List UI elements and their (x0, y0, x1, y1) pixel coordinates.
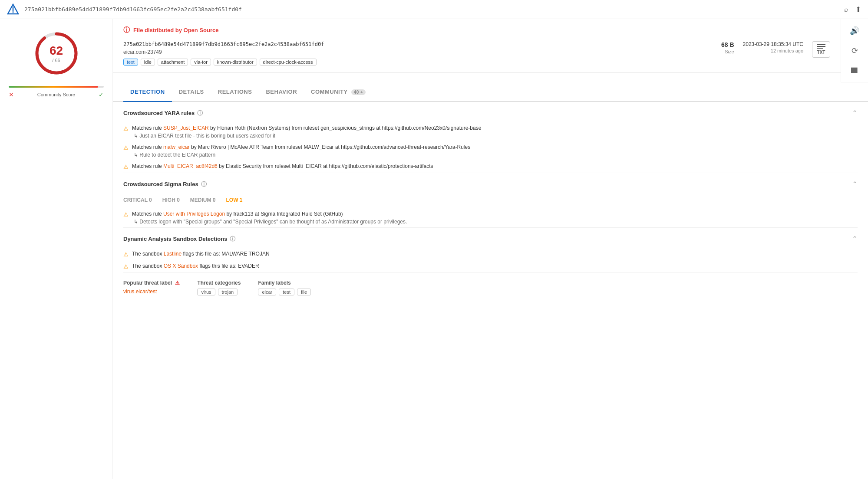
yara-rule-0: ⚠Matches rule SUSP_Just_EICAR by Florian… (123, 122, 858, 141)
sigma-section-header[interactable]: Crowdsourced Sigma Rules ⓘ ⌃ (123, 173, 858, 194)
sigma-rule-0: ⚠Matches rule User with Privileges Logon… (123, 208, 858, 227)
file-tag-via-tor[interactable]: via-tor (191, 59, 211, 66)
sigma-level-low[interactable]: LOW 1 (226, 197, 242, 203)
tab-details[interactable]: DETAILS (172, 82, 211, 102)
qr-icon[interactable]: ⯀ (851, 66, 858, 75)
yara-warning-icon: ⚠ (123, 125, 129, 132)
sigma-sub-0: ↳ Detects logon with "Special groups" an… (123, 219, 858, 225)
file-tag-attachment[interactable]: attachment (158, 59, 188, 66)
file-details: 275a021bbfb6489e54d471899f7db9d1663fc695… (123, 41, 675, 66)
svg-point-2 (13, 12, 13, 13)
file-tag-known-distributor[interactable]: known-distributor (214, 59, 257, 66)
family-tag-eicar[interactable]: eicar (258, 289, 276, 295)
community-badge: 40 + (351, 89, 366, 95)
sandbox-collapse-icon[interactable]: ⌃ (852, 235, 858, 243)
gauge-danger-icon: ✕ (9, 91, 14, 98)
content-area: ⓘ File distributed by Open Source 275a02… (113, 19, 868, 479)
alert-icon: ⓘ (123, 26, 130, 34)
file-tag-direct-cpu-clock-access[interactable]: direct-cpu-clock-access (260, 59, 317, 66)
gauge-track (9, 86, 104, 88)
family-tag-file[interactable]: file (297, 289, 311, 295)
sandbox-section-header[interactable]: Dynamic Analysis Sandbox Detections ⓘ ⌃ (123, 228, 858, 248)
sigma-rule-link-0[interactable]: User with Privileges Logon (163, 211, 225, 217)
popular-threat-warning-icon: ⚠ (175, 280, 180, 286)
sigma-rules-list: ⚠Matches rule User with Privileges Logon… (123, 208, 858, 227)
popular-threat-label: Popular threat label (123, 280, 172, 286)
tab-behavior[interactable]: BEHAVIOR (259, 82, 304, 102)
yara-sub-1: ↳ Rule to detect the EICAR pattern (123, 152, 858, 158)
threat-label-value: virus.eicar/test (123, 289, 180, 295)
sigma-levels: CRITICAL 0HIGH 0MEDIUM 0LOW 1 (123, 194, 858, 208)
family-tag-test[interactable]: test (279, 289, 294, 295)
gauge-fill (9, 86, 98, 88)
search-icon[interactable]: ⌕ (844, 6, 848, 13)
file-type-label: TXT (817, 50, 825, 55)
file-size-value: 68 B (721, 41, 734, 48)
file-meta: 275a021bbfb6489e54d471899f7db9d1663fc695… (123, 41, 830, 66)
yara-rule-link-1[interactable]: malw_eicar (163, 144, 190, 150)
sidebar-left: 62 / 66 ✕ Community Score ✓ (0, 19, 113, 479)
yara-rule-link-0[interactable]: SUSP_Just_EICAR (163, 125, 209, 131)
tab-detection[interactable]: DETECTION (123, 82, 172, 102)
alert-banner: ⓘ File distributed by Open Source (123, 26, 830, 34)
right-toolbar: 🔊 ⟳ ⯀ (841, 19, 868, 82)
tab-community[interactable]: COMMUNITY 40 + (304, 82, 373, 102)
file-size-label: Size (725, 49, 734, 54)
yara-title-text: Crowdsourced YARA rules (123, 110, 195, 116)
main-layout: 62 / 66 ✕ Community Score ✓ ⓘ (0, 19, 868, 479)
logo-icon[interactable] (7, 3, 19, 16)
category-tag-trojan[interactable]: trojan (218, 289, 238, 295)
sigma-collapse-icon[interactable]: ⌃ (852, 180, 858, 188)
file-type-lines (817, 44, 825, 49)
threat-categories-section: Threat categories virustrojan (197, 280, 241, 295)
file-tags: textidleattachmentvia-torknown-distribut… (123, 59, 675, 66)
sandbox-link-1[interactable]: OS X Sandbox (164, 263, 198, 269)
sandbox-section: Dynamic Analysis Sandbox Detections ⓘ ⌃ … (123, 228, 858, 273)
yara-rule-2: ⚠Matches rule Multi_EICAR_ac8f42d6 by El… (123, 161, 858, 173)
score-text: 62 / 66 (50, 44, 63, 63)
refresh-icon[interactable]: ⟳ (851, 46, 858, 56)
sandbox-link-0[interactable]: Lastline (164, 251, 182, 257)
upload-icon[interactable]: ⬆ (855, 5, 861, 13)
header-hash: 275a021bbfb6489e54d471899f7db9d1663fc695… (24, 6, 839, 13)
tab-relations[interactable]: RELATIONS (211, 82, 259, 102)
file-date-sub: 12 minutes ago (771, 48, 803, 53)
file-size-info: 68 B Size (682, 41, 734, 54)
alert-text: File distributed by Open Source (133, 27, 218, 33)
yara-collapse-icon[interactable]: ⌃ (852, 109, 858, 117)
header: 275a021bbfb6489e54d471899f7db9d1663fc695… (0, 0, 868, 19)
gauge-container: ✕ Community Score ✓ (9, 84, 104, 98)
sigma-level-critical[interactable]: CRITICAL 0 (123, 197, 152, 203)
threat-footer: Popular threat label ⚠ virus.eicar/test … (123, 273, 858, 302)
yara-rules-list: ⚠Matches rule SUSP_Just_EICAR by Florian… (123, 122, 858, 173)
threat-categories-title: Threat categories (197, 280, 241, 286)
category-tag-virus[interactable]: virus (197, 289, 215, 295)
file-type-icon[interactable]: TXT (812, 41, 830, 58)
file-source: eicar.com-23749 (123, 49, 675, 55)
audio-icon[interactable]: 🔊 (850, 26, 859, 36)
sigma-level-high[interactable]: HIGH 0 (162, 197, 180, 203)
yara-warning-icon: ⚠ (123, 144, 129, 151)
sigma-level-medium[interactable]: MEDIUM 0 (190, 197, 216, 203)
tabs: DETECTION DETAILS RELATIONS BEHAVIOR COM… (113, 82, 868, 102)
score-container: 62 / 66 (33, 30, 80, 77)
top-file-area: ⓘ File distributed by Open Source 275a02… (113, 19, 868, 82)
sandbox-info-icon: ⓘ (230, 235, 235, 243)
sandbox-warning-icon-0: ⚠ (123, 251, 129, 258)
yara-section-header[interactable]: Crowdsourced YARA rules ⓘ ⌃ (123, 102, 858, 122)
file-tag-idle[interactable]: idle (141, 59, 155, 66)
threat-categories-tags: virustrojan (197, 289, 241, 295)
file-tag-text[interactable]: text (123, 59, 138, 66)
sandbox-title-text: Dynamic Analysis Sandbox Detections (123, 236, 227, 242)
yara-rule-1: ⚠Matches rule malw_eicar by Marc Rivero … (123, 141, 858, 161)
community-score-label: Community Score (37, 92, 75, 97)
yara-sub-0: ↳ Just an EICAR test file - this is bori… (123, 133, 858, 139)
sandbox-item-0: ⚠The sandbox Lastline flags this file as… (123, 248, 858, 260)
threat-label-link[interactable]: virus.eicar/test (123, 289, 157, 295)
yara-rule-link-2[interactable]: Multi_EICAR_ac8f42d6 (163, 163, 218, 169)
score-number: 62 (50, 44, 63, 58)
sigma-title-text: Crowdsourced Sigma Rules (123, 181, 198, 187)
family-labels-tags: eicartestfile (258, 289, 311, 295)
file-hash[interactable]: 275a021bbfb6489e54d471899f7db9d1663fc695… (123, 41, 675, 47)
sigma-warning-icon: ⚠ (123, 211, 129, 218)
